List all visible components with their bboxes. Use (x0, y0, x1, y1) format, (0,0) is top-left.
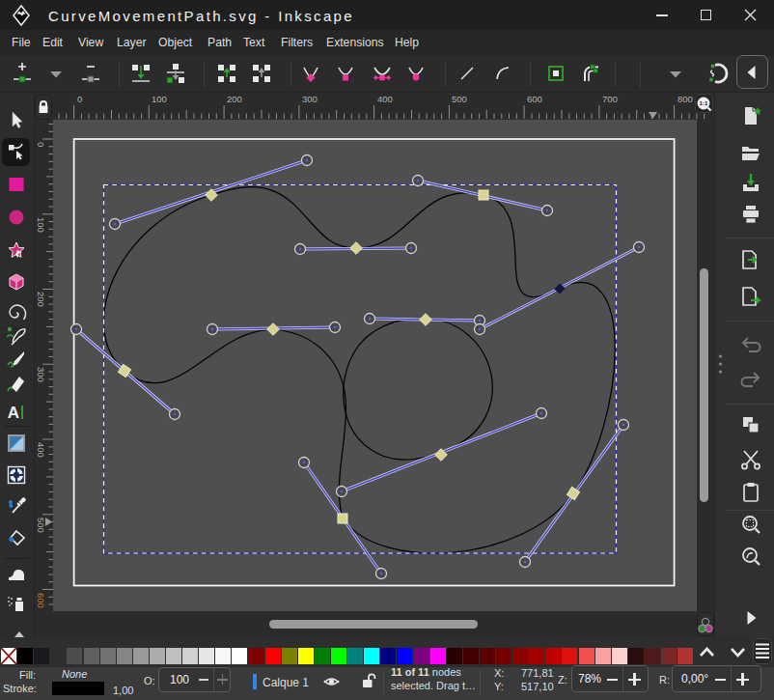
svg-text:A: A (8, 404, 19, 422)
svg-text:1:1: 1:1 (700, 99, 709, 106)
